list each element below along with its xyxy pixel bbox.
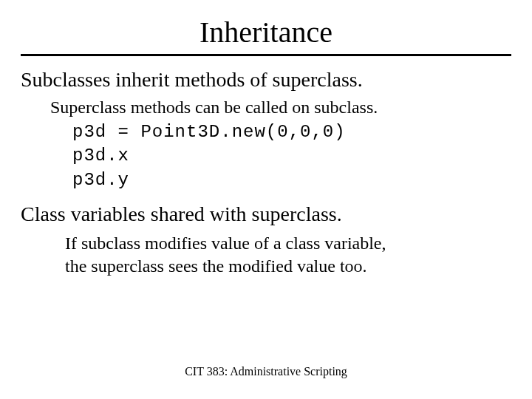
section-class-variables: Class variables shared with superclass. … [21, 202, 511, 278]
code-line-1: p3d = Point3D.new(0,0,0) [72, 120, 511, 144]
title-divider [21, 54, 511, 56]
slide-content: Inheritance Subclasses inherit methods o… [0, 0, 532, 279]
section2-subtext-line1: If subclass modifies value of a class va… [65, 232, 511, 255]
slide-footer: CIT 383: Administrative Scripting [0, 365, 532, 378]
section2-heading: Class variables shared with superclass. [21, 202, 511, 226]
code-line-2: p3d.x [72, 144, 511, 168]
section1-heading: Subclasses inherit methods of superclass… [21, 68, 511, 92]
slide-title: Inheritance [21, 15, 511, 50]
section-inherit-methods: Subclasses inherit methods of superclass… [21, 68, 511, 192]
code-line-3: p3d.y [72, 168, 511, 192]
section1-subtext: Superclass methods can be called on subc… [50, 98, 511, 117]
section2-subtext-line2: the superclass sees the modified value t… [65, 255, 511, 278]
